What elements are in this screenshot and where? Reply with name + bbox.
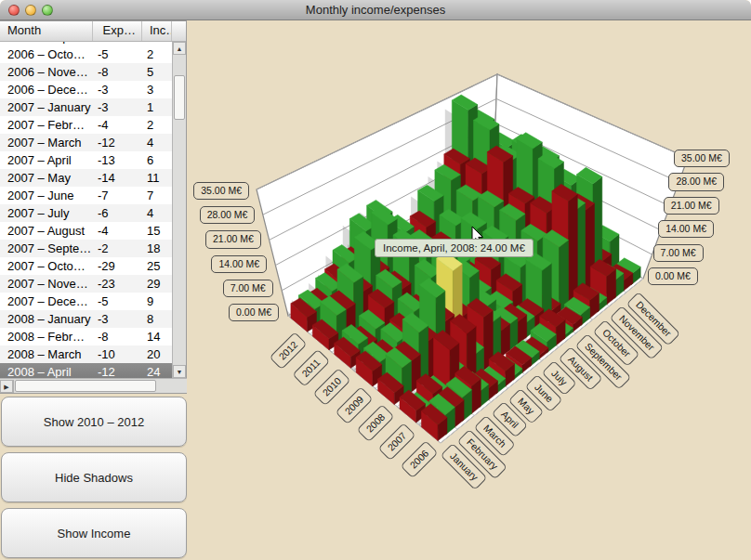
table-cell: -2	[93, 241, 142, 255]
table-cell: -8	[93, 330, 142, 344]
column-header-month[interactable]: Month	[0, 21, 93, 41]
table-row[interactable]: 2006 – Dece…-33	[0, 81, 172, 98]
table-cell: 2007 – Febr…	[0, 118, 93, 132]
table-cell: -14	[93, 171, 142, 185]
table-row[interactable]: 2007 – Febr…-42	[0, 116, 172, 134]
table-cell: 2007 – January	[0, 100, 93, 114]
table-row[interactable]: 2007 – January-31	[0, 98, 172, 116]
table-cell: 2	[142, 47, 172, 61]
table-cell: 18	[142, 241, 172, 255]
table-cell: -8	[93, 65, 142, 79]
left-panel: Month Exp… Inc… 2006 – Sept…-232006 – Oc…	[0, 20, 188, 560]
table-cell: -12	[93, 365, 142, 378]
table-cell: 2007 – August	[0, 224, 93, 238]
table-row[interactable]: 2008 – March-1020	[0, 345, 172, 363]
table-row[interactable]: 2007 – June-77	[0, 187, 172, 204]
table-cell: -5	[93, 294, 142, 308]
table-row[interactable]: 2007 – Dece…-59	[0, 293, 172, 310]
value-axis-label-left: 0.00 M€	[229, 304, 279, 321]
table-cell: 15	[142, 224, 172, 238]
table-cell: 29	[142, 277, 172, 291]
table-row[interactable]: 2007 – Septe…-218	[0, 240, 172, 257]
table-row[interactable]: 2007 – March-124	[0, 134, 172, 151]
window-title: Monthly income/expenses	[0, 3, 751, 17]
table-cell: 3	[142, 83, 172, 97]
value-axis-label-left: 28.00 M€	[200, 206, 256, 224]
window-titlebar[interactable]: Monthly income/expenses	[0, 0, 751, 20]
table-cell: 2	[142, 118, 172, 132]
table-cell: -5	[93, 47, 142, 61]
table-cell: 2007 – June	[0, 189, 93, 202]
show-2010-2012-button[interactable]: Show 2010 – 2012	[1, 397, 187, 447]
table-cell: 2008 – Febr…	[0, 330, 93, 344]
value-axis-label-right: 0.00 M€	[648, 267, 698, 285]
table-row[interactable]: 2007 – May-1411	[0, 169, 172, 187]
table-cell: 6	[142, 153, 172, 167]
scroll-down-icon[interactable]: ▼	[173, 365, 186, 378]
table-cell: 2006 – Sept…	[0, 42, 93, 44]
table-row[interactable]: 2007 – April-136	[0, 151, 172, 169]
table-cell: -13	[93, 153, 142, 167]
table-cell: 2006 – Octo…	[0, 47, 93, 61]
table-cell: 8	[142, 312, 172, 326]
column-header-expenses[interactable]: Exp…	[93, 21, 142, 41]
table-row[interactable]: 2008 – January-38	[0, 310, 172, 328]
value-axis-label-right: 7.00 M€	[653, 244, 704, 262]
value-axis-label-right: 35.00 M€	[674, 150, 730, 167]
table-cell: 24	[142, 365, 172, 378]
table-cell: -23	[93, 277, 142, 291]
table-cell: 2007 – July	[0, 206, 93, 220]
table-cell: 1	[142, 100, 172, 114]
value-axis-label-left: 21.00 M€	[205, 230, 261, 248]
table-cell: 5	[142, 65, 172, 79]
table-cell: -6	[93, 206, 142, 220]
table-cell: -7	[93, 189, 142, 202]
table-cell: 2007 – Octo…	[0, 259, 93, 273]
table-cell: 4	[142, 136, 172, 150]
column-header-income[interactable]: Inc…	[142, 21, 172, 41]
table-cell: 25	[142, 259, 172, 273]
value-axis-label-left: 7.00 M€	[223, 280, 273, 297]
value-axis-label-right: 28.00 M€	[668, 173, 724, 190]
table-cell: 2007 – Nove…	[0, 277, 93, 291]
scroll-up-icon[interactable]: ▲	[173, 42, 186, 55]
table-cell: 9	[142, 294, 172, 308]
table-cell: 2008 – April	[0, 365, 93, 378]
table-cell: 11	[142, 171, 172, 185]
table-cell: 2007 – April	[0, 153, 93, 167]
table-row[interactable]: 2007 – Nove…-2329	[0, 275, 172, 293]
data-table: Month Exp… Inc… 2006 – Sept…-232006 – Oc…	[0, 20, 187, 394]
bar-face-right	[560, 241, 569, 312]
chart-area[interactable]: 0.00 M€0.00 M€7.00 M€7.00 M€14.00 M€14.0…	[188, 20, 751, 560]
table-row[interactable]: 2007 – Octo…-2925	[0, 257, 172, 275]
button-column: Show 2010 – 2012 Hide Shadows Show Incom…	[1, 397, 187, 558]
show-income-button[interactable]: Show Income	[1, 508, 187, 558]
table-row[interactable]: 2008 – April-1224	[0, 363, 172, 378]
hide-shadows-button[interactable]: Hide Shadows	[1, 452, 187, 502]
table-header: Month Exp… Inc…	[0, 21, 186, 42]
table-cell: -2	[93, 42, 142, 44]
table-row[interactable]: 2007 – August-415	[0, 222, 172, 240]
horizontal-scroll-thumb[interactable]	[15, 380, 156, 392]
table-cell: -10	[93, 347, 142, 361]
table-cell: 2006 – Nove…	[0, 65, 93, 79]
table-cell: 20	[142, 347, 172, 361]
bar-tooltip: Income, April, 2008: 24.00 M€	[375, 239, 534, 257]
table-cell: 2008 – March	[0, 347, 93, 361]
table-row[interactable]: 2008 – Febr…-814	[0, 328, 172, 345]
value-axis-label-right: 14.00 M€	[658, 220, 714, 238]
table-row[interactable]: 2006 – Octo…-52	[0, 46, 172, 63]
table-cell: 2006 – Dece…	[0, 83, 93, 97]
table-cell: 3	[142, 42, 172, 44]
scroll-right-icon[interactable]: ▶	[0, 380, 13, 393]
table-cell: 4	[142, 206, 172, 220]
value-axis-label-left: 14.00 M€	[211, 255, 267, 273]
vertical-scroll-thumb[interactable]	[174, 75, 185, 120]
table-cell: 7	[142, 189, 172, 202]
table-row[interactable]: 2007 – July-64	[0, 204, 172, 222]
table-row[interactable]: 2006 – Nove…-85	[0, 63, 172, 81]
vertical-scrollbar[interactable]: ▲ ▼	[172, 42, 186, 378]
table-cell: -29	[93, 259, 142, 273]
horizontal-scrollbar[interactable]: ◀ ▶	[0, 378, 187, 393]
table-cell: 14	[142, 330, 172, 344]
